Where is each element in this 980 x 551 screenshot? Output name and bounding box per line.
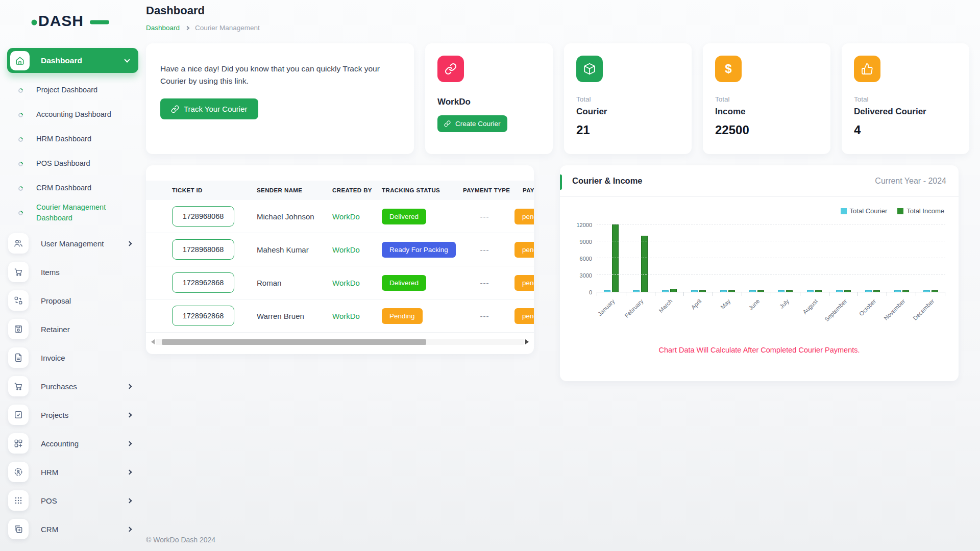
chart-bar [728, 290, 735, 292]
chevron-right-icon [127, 412, 132, 417]
brand-logo[interactable]: DASH [31, 9, 138, 31]
users-icon [8, 233, 29, 254]
sidebar-item-crm[interactable]: CRM [7, 515, 138, 543]
sidebar-item-invoice[interactable]: Invoice [7, 343, 138, 372]
chart-bar [778, 290, 785, 292]
grid-plus-icon [8, 433, 29, 454]
home-icon [10, 51, 30, 70]
payment-type: --- [455, 279, 514, 287]
col-created-by: CREATED BY [324, 187, 374, 193]
table-row: 1728968068 Mahesh Kumar WorkDo Ready For… [146, 233, 534, 266]
ring-icon [17, 161, 24, 167]
sidebar-item-items[interactable]: Items [7, 258, 138, 286]
chart-bar-group [597, 225, 626, 292]
table-header-row: TICKET ID SENDER NAME CREATED BY TRACKIN… [146, 181, 534, 200]
sidebar-item-pos[interactable]: POS [7, 486, 138, 515]
chevron-right-icon [127, 441, 132, 446]
sidebar-subitem-courier-management-dashboard[interactable]: Courier Management Dashboard [7, 201, 138, 225]
stat-card-total-courier: Total Courier 21 [564, 43, 692, 154]
scroll-left-arrow-icon[interactable] [151, 339, 155, 344]
payment-type: --- [455, 245, 514, 254]
sidebar-item-user-management[interactable]: User Management [7, 229, 138, 258]
scroll-right-arrow-icon[interactable] [525, 339, 529, 344]
dashed-circle-user-icon [8, 462, 29, 482]
sidebar-subitem-project-dashboard[interactable]: Project Dashboard [7, 78, 138, 103]
sidebar-item-projects[interactable]: Projects [7, 400, 138, 429]
stat-card-delivered-courier: Total Delivered Courier 4 [842, 43, 969, 154]
chevron-down-icon [124, 57, 130, 62]
sidebar-item-dashboard[interactable]: Dashboard [7, 48, 138, 73]
sidebar-subitem-crm-dashboard[interactable]: CRM Dashboard [7, 176, 138, 201]
sidebar-item-retainer[interactable]: Retainer [7, 315, 138, 343]
ring-icon [17, 185, 24, 192]
create-courier-button[interactable]: Create Courier [437, 115, 507, 132]
created-by-link[interactable]: WorkDo [324, 212, 374, 221]
stat-value: 4 [854, 123, 957, 137]
chevron-right-icon [127, 384, 132, 389]
sidebar-item-proposal[interactable]: Proposal [7, 286, 138, 315]
sidebar-item-purchases[interactable]: Purchases [7, 372, 138, 400]
chart-bar [873, 290, 880, 292]
link-icon [437, 56, 464, 82]
gridline [597, 258, 945, 258]
chevron-right-icon [127, 469, 132, 474]
sidebar-subitem-accounting-dashboard[interactable]: Accounting Dashboard [7, 103, 138, 127]
chevron-right-icon [185, 26, 189, 30]
ring-icon [17, 136, 24, 143]
chart-bar [757, 290, 764, 292]
table-row: 1728962868 Warren Bruen WorkDo Pending -… [146, 299, 534, 333]
scrollbar-track[interactable] [156, 339, 524, 345]
ticket-id: 1728968068 [172, 206, 234, 227]
overlap-squares-icon [8, 519, 29, 539]
breadcrumb-current: Courier Management [195, 24, 260, 32]
stat-value: 22500 [715, 123, 818, 137]
dashboard-submenu: Project Dashboard Accounting Dashboard H… [7, 78, 138, 225]
chart-bar-group [684, 225, 713, 292]
horizontal-scrollbar[interactable] [151, 339, 529, 345]
sidebar-item-accounting[interactable]: Accounting [7, 429, 138, 458]
scrollbar-thumb[interactable] [162, 339, 426, 345]
sidebar-subitem-pos-dashboard[interactable]: POS Dashboard [7, 152, 138, 176]
page-title: Dashboard [146, 4, 970, 17]
created-by-link[interactable]: WorkDo [324, 312, 374, 320]
chevron-right-icon [127, 527, 132, 532]
chart-bar [691, 290, 698, 292]
chart-legend: Total Courier Total Income [573, 207, 944, 215]
save-icon [8, 319, 29, 339]
track-your-courier-button[interactable]: Track Your Courier [160, 98, 258, 119]
chart-bar-group [655, 225, 684, 292]
x-axis-label: February [624, 298, 645, 319]
ticket-id: 1728962868 [172, 306, 234, 326]
courier-income-chart-card: Courier & Income Current Year - 2024 Tot… [560, 165, 959, 381]
sidebar-item-hrm[interactable]: HRM [7, 458, 138, 486]
x-axis-label: July [778, 298, 790, 310]
legend-total-courier[interactable]: Total Courier [841, 207, 888, 215]
chart-bar [670, 289, 677, 292]
stat-value: 21 [576, 123, 679, 137]
x-axis-label: April [690, 298, 703, 311]
chart-bar-group [771, 225, 800, 292]
y-axis-label: 9000 [580, 239, 592, 245]
chart-plot: 030006000900012000 [597, 225, 945, 292]
copyright: © WorkDo Dash 2024 [146, 536, 215, 544]
chart-bar-group [829, 225, 858, 292]
legend-total-income[interactable]: Total Income [897, 207, 944, 215]
col-tracking-status: TRACKING STATUS [374, 187, 455, 193]
cart-icon [8, 376, 29, 396]
created-by-link[interactable]: WorkDo [324, 245, 374, 254]
legend-swatch [841, 208, 847, 214]
sidebar-item-label: Dashboard [41, 56, 125, 65]
ticket-id: 1728962868 [172, 272, 234, 293]
chart-bar [641, 236, 648, 292]
welcome-card: Have a nice day! Did you know that you c… [146, 43, 414, 154]
y-axis-label: 3000 [580, 272, 592, 279]
ring-icon [17, 210, 24, 216]
x-axis-label: June [747, 298, 761, 311]
breadcrumb-dashboard-link[interactable]: Dashboard [146, 24, 180, 32]
chart-bar [923, 290, 930, 292]
created-by-link[interactable]: WorkDo [324, 279, 374, 287]
ring-icon [17, 87, 24, 94]
dollar-icon: $ [715, 56, 742, 82]
sidebar-subitem-hrm-dashboard[interactable]: HRM Dashboard [7, 127, 138, 152]
x-axis-label: January [597, 298, 616, 317]
